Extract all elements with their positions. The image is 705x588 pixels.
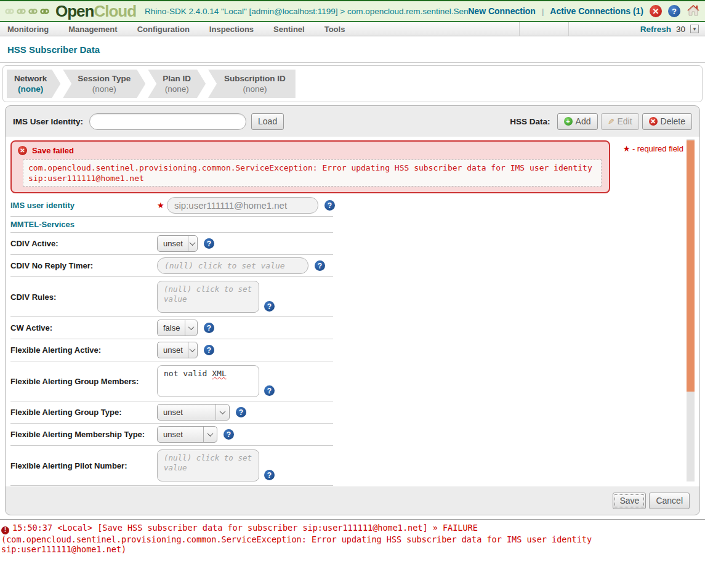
help-icon[interactable]: ? [264, 470, 275, 480]
page-title: HSS Subscriber Data [7, 44, 100, 55]
form-row-cw-active: CW Active: false ? [10, 317, 333, 339]
breadcrumb-step-session-type[interactable]: Session Type (none) [63, 70, 145, 98]
breadcrumb-step-subscription-id[interactable]: Subscription ID (none) [208, 70, 296, 98]
menu-management[interactable]: Management [68, 25, 117, 34]
cdiv-rules-field[interactable]: (null) click to set value [157, 281, 259, 313]
help-icon[interactable]: ? [224, 429, 234, 440]
required-star: ★ [157, 201, 167, 210]
cw-active-select[interactable]: false [157, 320, 198, 336]
form-row-flexible-alerting-group-type: Flexible Alerting Group Type: unset ? [10, 401, 333, 424]
opencloud-logo: OpenCloud [55, 3, 136, 19]
form-row-cdiv-active: CDIV Active: unset ? [10, 233, 333, 255]
help-icon[interactable]: ? [204, 345, 214, 355]
form-row-cdiv-no-reply-timer: CDIV No Reply Timer: (null) click to set… [10, 255, 333, 277]
log-line: sip:user111111@home1.net) [1, 544, 704, 555]
chevron-down-icon [188, 241, 198, 246]
menu-monitoring[interactable]: Monitoring [7, 25, 49, 34]
log-line: (com.opencloud.sentinel.provisioning.com… [1, 534, 704, 545]
menu-separator [568, 22, 569, 36]
field-label: IMS user identity [10, 201, 157, 210]
active-connections-link[interactable]: Active Connections (1) [550, 6, 643, 16]
hss-subscriber-panel: IMS User Identity: Load HSS Data: +Add ✎… [5, 105, 700, 515]
refresh-button[interactable]: Refresh [640, 25, 671, 34]
load-button[interactable]: Load [251, 113, 284, 130]
flexible-alerting-pilot-number-field[interactable]: (null) click to set value [157, 449, 259, 481]
chevron-down-icon [188, 348, 198, 352]
help-icon[interactable]: ? [264, 385, 275, 396]
error-title: Save failed [32, 146, 74, 155]
x-icon: ✕ [649, 117, 658, 126]
menu-sentinel[interactable]: Sentinel [273, 25, 305, 34]
error-detail: com.opencloud.sentinel.provisioning.comm… [23, 159, 602, 187]
save-button[interactable]: Save [613, 493, 646, 509]
scrollbar-thumb[interactable] [687, 140, 695, 392]
pencil-icon: ✎ [608, 117, 614, 126]
ims-user-identity-input[interactable] [89, 113, 246, 130]
panel-toolbar: IMS User Identity: Load HSS Data: +Add ✎… [6, 106, 699, 137]
help-icon[interactable]: ? [315, 260, 325, 271]
flexible-alerting-active-select[interactable]: unset [157, 342, 198, 358]
help-icon[interactable]: ? [236, 407, 246, 417]
ims-user-identity-label: IMS User Identity: [13, 117, 83, 126]
new-connection-link[interactable]: New Connection [468, 6, 536, 16]
form-row-flexible-alerting-group-members: Flexible Alerting Group Members: not val… [10, 361, 333, 401]
refresh-interval: 30 [676, 25, 685, 34]
ims-user-identity-field[interactable]: sip:user111111@home1.net [167, 197, 318, 214]
breadcrumb: Network (none) Session Type (none) Plan … [2, 65, 703, 102]
cdiv-no-reply-timer-field[interactable]: (null) click to set value [157, 257, 308, 274]
delete-button[interactable]: ✕Delete [642, 113, 692, 130]
form-row-icb-active: ICB Active: false ? [10, 486, 333, 486]
breadcrumb-step-network[interactable]: Network (none) [7, 70, 60, 98]
form-row-cdiv-rules: CDIV Rules: (null) click to set value ? [10, 277, 333, 317]
chevron-down-icon [204, 432, 217, 437]
help-icon[interactable]: ? [264, 301, 275, 312]
plus-icon: + [564, 117, 573, 126]
link-divider: | [542, 7, 544, 16]
chevron-down-icon [216, 410, 229, 414]
form-row-flexible-alerting-active: Flexible Alerting Active: unset ? [10, 339, 333, 361]
menu-bar: Monitoring Management Configuration Insp… [0, 22, 705, 36]
log-area: !15:50:37 <Local> [Save HSS subscriber d… [0, 519, 705, 555]
help-icon[interactable]: ? [324, 200, 335, 211]
session-info: Rhino-SDK 2.4.0.14 "Local" [admin@localh… [145, 7, 468, 16]
panel-body: ✕ Save failed com.opencloud.sentinel.pro… [6, 137, 699, 486]
form-row-flexible-alerting-pilot-number: Flexible Alerting Pilot Number: (null) c… [10, 446, 333, 486]
log-line: !15:50:37 <Local> [Save HSS subscriber d… [1, 523, 704, 534]
flexible-alerting-membership-type-select[interactable]: unset [157, 426, 217, 443]
hss-data-label: HSS Data: [510, 117, 550, 126]
help-icon[interactable]: ? [668, 5, 680, 17]
menu-inspections[interactable]: Inspections [209, 25, 254, 34]
edit-button[interactable]: ✎Edit [601, 113, 639, 130]
form-row-ims-user-identity: IMS user identity ★ sip:user111111@home1… [10, 195, 333, 217]
chain-logo-icons [5, 7, 49, 15]
section-mmtel-services: MMTEL-Services [10, 217, 333, 233]
home-icon[interactable] [687, 4, 700, 18]
error-banner: ✕ Save failed com.opencloud.sentinel.pro… [10, 140, 610, 193]
menu-separator [519, 22, 520, 36]
menu-configuration[interactable]: Configuration [137, 25, 190, 34]
close-connection-icon[interactable]: ✕ [650, 5, 662, 17]
form-row-flexible-alerting-membership-type: Flexible Alerting Membership Type: unset… [10, 424, 333, 446]
chevron-down-icon [185, 326, 197, 330]
breadcrumb-step-plan-id[interactable]: Plan ID (none) [148, 70, 206, 98]
required-field-note: ★ - required field [623, 144, 683, 153]
cancel-button[interactable]: Cancel [649, 493, 690, 509]
flexible-alerting-group-members-field[interactable]: not valid XML [157, 365, 259, 397]
scrollbar-track[interactable] [687, 139, 695, 481]
help-icon[interactable]: ? [204, 238, 214, 249]
title-bar: HSS Subscriber Data [0, 36, 705, 63]
top-bar: OpenCloud Rhino-SDK 2.4.0.14 "Local" [ad… [0, 0, 705, 22]
cdiv-active-select[interactable]: unset [157, 235, 198, 252]
flexible-alerting-group-type-select[interactable]: unset [157, 404, 230, 421]
help-icon[interactable]: ? [204, 323, 214, 333]
error-icon: ✕ [18, 146, 27, 155]
misspelled-text: XML [212, 369, 226, 378]
subscriber-form: IMS user identity ★ sip:user111111@home1… [10, 195, 333, 486]
menu-tools[interactable]: Tools [324, 25, 345, 34]
refresh-interval-stepper[interactable]: ▾ [690, 25, 699, 33]
add-button[interactable]: +Add [557, 113, 598, 130]
panel-footer: Save Cancel [6, 486, 699, 515]
log-error-icon: ! [1, 526, 9, 534]
